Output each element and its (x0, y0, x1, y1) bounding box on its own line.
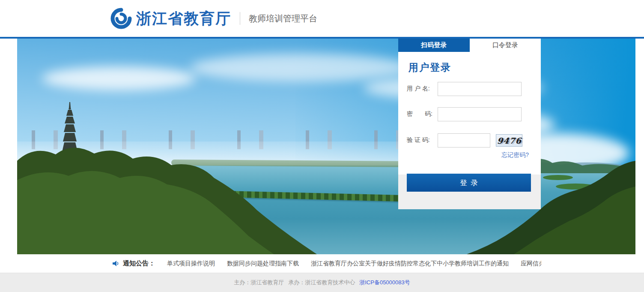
forgot-password-link[interactable]: 忘记密码? (501, 151, 529, 159)
tab-password-login[interactable]: 口令登录 (470, 39, 541, 52)
tab-qr-login[interactable]: 扫码登录 (398, 39, 470, 52)
footer-host: 主办：浙江省教育厅 (234, 279, 284, 286)
org-title: 浙江省教育厅 (136, 9, 231, 29)
header: 浙江省教育厅 教师培训管理平台 (0, 0, 644, 39)
captcha-input[interactable] (438, 133, 490, 148)
platform-title: 教师培训管理平台 (249, 13, 317, 24)
icp-link[interactable]: 浙ICP备05000083号 (359, 279, 410, 286)
username-label: 用 户 名: (407, 85, 437, 93)
login-panel: 扫码登录 口令登录 用户登录 用 户 名: 密 码: 验 证 码: 9476 忘… (398, 39, 541, 209)
username-input[interactable] (438, 82, 522, 96)
notice-link[interactable]: 浙江省教育厅办公室关于做好疫情防控常态化下中小学教师培训工作的通知 (311, 260, 509, 268)
login-page: 浙江省教育厅 教师培训管理平台 (0, 0, 644, 292)
footer-organizer: 承办：浙江省教育技术中心 (288, 279, 355, 286)
notice-bar: 通知公告： 单式项目操作说明 数据同步问题处理指南下载 浙江省教育厅办公室关于做… (0, 254, 644, 273)
speaker-icon (113, 260, 120, 267)
cloud (42, 66, 196, 90)
notice-header: 通知公告： (113, 259, 155, 268)
captcha-code: 9476 (497, 136, 522, 145)
password-input[interactable] (438, 107, 522, 121)
swirl-logo-icon (110, 7, 133, 30)
header-divider (240, 12, 240, 25)
captcha-label: 验 证 码: (407, 136, 437, 144)
notice-link[interactable]: 单式项目操作说明 (167, 260, 215, 268)
username-row: 用 户 名: (407, 81, 532, 96)
panel-title: 用户登录 (408, 61, 451, 74)
captcha-row: 验 证 码: 9476 (407, 133, 532, 148)
login-tabs: 扫码登录 口令登录 (398, 39, 541, 52)
notice-label: 通知公告： (123, 259, 155, 268)
hero-photo (17, 39, 635, 254)
notice-link[interactable]: 应网信办和公安厅的要求，需要升级 (521, 260, 541, 268)
password-label: 密 码: (407, 110, 437, 118)
captcha-image[interactable]: 9476 (496, 134, 522, 147)
page-footer: 主办：浙江省教育厅 承办：浙江省教育技术中心 浙ICP备05000083号 (0, 273, 644, 292)
notice-link[interactable]: 数据同步问题处理指南下载 (227, 260, 299, 268)
login-button[interactable]: 登录 (407, 174, 531, 192)
foreground-trees (17, 141, 343, 254)
cloud (190, 54, 413, 82)
password-row: 密 码: (407, 107, 532, 121)
